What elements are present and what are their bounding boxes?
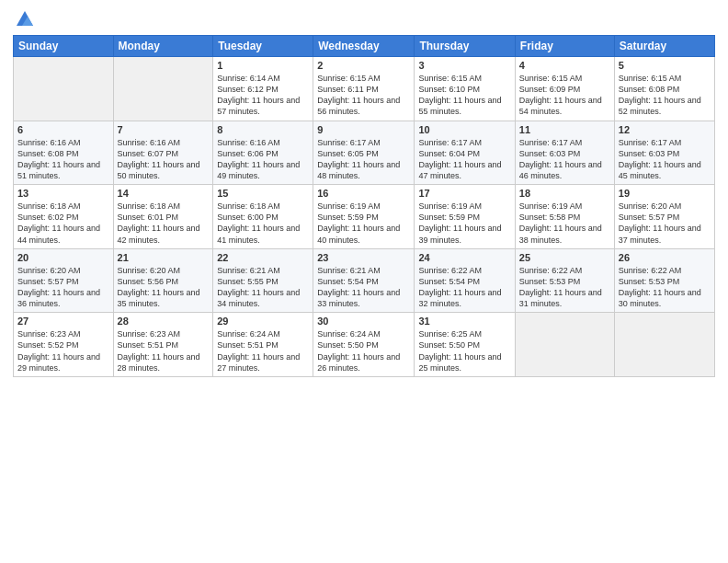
cell-info: Sunrise: 6:18 AM Sunset: 6:02 PM Dayligh… xyxy=(17,201,109,246)
weekday-header: Tuesday xyxy=(213,36,313,57)
day-number: 30 xyxy=(317,316,410,327)
day-number: 26 xyxy=(619,252,711,263)
day-number: 22 xyxy=(217,252,309,263)
calendar-cell: 19Sunrise: 6:20 AM Sunset: 5:57 PM Dayli… xyxy=(614,185,714,249)
day-number: 16 xyxy=(317,188,410,199)
calendar-cell: 25Sunrise: 6:22 AM Sunset: 5:53 PM Dayli… xyxy=(515,248,614,313)
calendar-cell: 28Sunrise: 6:23 AM Sunset: 5:51 PM Dayli… xyxy=(113,313,213,377)
calendar-cell: 10Sunrise: 6:17 AM Sunset: 6:04 PM Dayli… xyxy=(415,121,515,185)
day-number: 29 xyxy=(217,316,309,327)
day-number: 7 xyxy=(118,124,210,135)
calendar-cell: 22Sunrise: 6:21 AM Sunset: 5:55 PM Dayli… xyxy=(213,248,313,313)
calendar-cell: 16Sunrise: 6:19 AM Sunset: 5:59 PM Dayli… xyxy=(313,185,415,249)
day-number: 5 xyxy=(619,60,711,71)
day-number: 2 xyxy=(317,60,410,71)
cell-info: Sunrise: 6:19 AM Sunset: 5:59 PM Dayligh… xyxy=(418,201,510,246)
cell-info: Sunrise: 6:23 AM Sunset: 5:52 PM Dayligh… xyxy=(17,328,109,373)
calendar-cell: 13Sunrise: 6:18 AM Sunset: 6:02 PM Dayli… xyxy=(14,185,114,249)
day-number: 14 xyxy=(118,188,210,199)
cell-info: Sunrise: 6:16 AM Sunset: 6:06 PM Dayligh… xyxy=(217,137,309,182)
cell-info: Sunrise: 6:14 AM Sunset: 6:12 PM Dayligh… xyxy=(217,73,309,118)
weekday-header: Sunday xyxy=(14,36,114,57)
calendar-week-row: 20Sunrise: 6:20 AM Sunset: 5:57 PM Dayli… xyxy=(14,248,715,313)
cell-info: Sunrise: 6:15 AM Sunset: 6:08 PM Dayligh… xyxy=(619,73,711,118)
cell-info: Sunrise: 6:23 AM Sunset: 5:51 PM Dayligh… xyxy=(118,328,210,373)
day-number: 1 xyxy=(217,60,309,71)
weekday-header: Thursday xyxy=(415,36,515,57)
calendar-cell xyxy=(113,57,213,121)
cell-info: Sunrise: 6:21 AM Sunset: 5:54 PM Dayligh… xyxy=(317,265,410,310)
cell-info: Sunrise: 6:20 AM Sunset: 5:57 PM Dayligh… xyxy=(619,201,711,246)
calendar-cell: 31Sunrise: 6:25 AM Sunset: 5:50 PM Dayli… xyxy=(415,313,515,377)
cell-info: Sunrise: 6:21 AM Sunset: 5:55 PM Dayligh… xyxy=(217,265,309,310)
cell-info: Sunrise: 6:16 AM Sunset: 6:08 PM Dayligh… xyxy=(17,137,109,182)
day-number: 19 xyxy=(619,188,711,199)
calendar-cell: 24Sunrise: 6:22 AM Sunset: 5:54 PM Dayli… xyxy=(415,248,515,313)
calendar-cell: 11Sunrise: 6:17 AM Sunset: 6:03 PM Dayli… xyxy=(515,121,614,185)
calendar-week-row: 13Sunrise: 6:18 AM Sunset: 6:02 PM Dayli… xyxy=(14,185,715,249)
cell-info: Sunrise: 6:17 AM Sunset: 6:05 PM Dayligh… xyxy=(317,137,410,182)
cell-info: Sunrise: 6:15 AM Sunset: 6:09 PM Dayligh… xyxy=(519,73,610,118)
calendar-cell: 30Sunrise: 6:24 AM Sunset: 5:50 PM Dayli… xyxy=(313,313,415,377)
cell-info: Sunrise: 6:17 AM Sunset: 6:03 PM Dayligh… xyxy=(519,137,610,182)
calendar-cell: 8Sunrise: 6:16 AM Sunset: 6:06 PM Daylig… xyxy=(213,121,313,185)
cell-info: Sunrise: 6:18 AM Sunset: 6:01 PM Dayligh… xyxy=(118,201,210,246)
calendar-cell: 17Sunrise: 6:19 AM Sunset: 5:59 PM Dayli… xyxy=(415,185,515,249)
calendar-cell: 1Sunrise: 6:14 AM Sunset: 6:12 PM Daylig… xyxy=(213,57,313,121)
day-number: 3 xyxy=(418,60,510,71)
weekday-header: Monday xyxy=(113,36,213,57)
cell-info: Sunrise: 6:17 AM Sunset: 6:04 PM Dayligh… xyxy=(418,137,510,182)
calendar-cell: 12Sunrise: 6:17 AM Sunset: 6:03 PM Dayli… xyxy=(614,121,714,185)
calendar-cell: 27Sunrise: 6:23 AM Sunset: 5:52 PM Dayli… xyxy=(14,313,114,377)
day-number: 21 xyxy=(118,252,210,263)
calendar-cell: 6Sunrise: 6:16 AM Sunset: 6:08 PM Daylig… xyxy=(14,121,114,185)
calendar-cell: 18Sunrise: 6:19 AM Sunset: 5:58 PM Dayli… xyxy=(515,185,614,249)
calendar-cell: 29Sunrise: 6:24 AM Sunset: 5:51 PM Dayli… xyxy=(213,313,313,377)
day-number: 24 xyxy=(418,252,510,263)
cell-info: Sunrise: 6:22 AM Sunset: 5:53 PM Dayligh… xyxy=(619,265,711,310)
day-number: 15 xyxy=(217,188,309,199)
calendar-cell: 3Sunrise: 6:15 AM Sunset: 6:10 PM Daylig… xyxy=(415,57,515,121)
day-number: 28 xyxy=(118,316,210,327)
cell-info: Sunrise: 6:25 AM Sunset: 5:50 PM Dayligh… xyxy=(418,328,510,373)
cell-info: Sunrise: 6:19 AM Sunset: 5:58 PM Dayligh… xyxy=(519,201,610,246)
cell-info: Sunrise: 6:15 AM Sunset: 6:10 PM Dayligh… xyxy=(418,73,510,118)
day-number: 23 xyxy=(317,252,410,263)
day-number: 12 xyxy=(619,124,711,135)
calendar-cell: 14Sunrise: 6:18 AM Sunset: 6:01 PM Dayli… xyxy=(113,185,213,249)
calendar-container: SundayMondayTuesdayWednesdayThursdayFrid… xyxy=(0,0,728,563)
calendar-week-row: 1Sunrise: 6:14 AM Sunset: 6:12 PM Daylig… xyxy=(14,57,715,121)
day-number: 9 xyxy=(317,124,410,135)
day-number: 8 xyxy=(217,124,309,135)
cell-info: Sunrise: 6:20 AM Sunset: 5:56 PM Dayligh… xyxy=(118,265,210,310)
weekday-header-row: SundayMondayTuesdayWednesdayThursdayFrid… xyxy=(14,36,715,57)
cell-info: Sunrise: 6:24 AM Sunset: 5:50 PM Dayligh… xyxy=(317,328,410,373)
calendar-cell: 15Sunrise: 6:18 AM Sunset: 6:00 PM Dayli… xyxy=(213,185,313,249)
day-number: 4 xyxy=(519,60,610,71)
day-number: 25 xyxy=(519,252,610,263)
calendar-cell: 4Sunrise: 6:15 AM Sunset: 6:09 PM Daylig… xyxy=(515,57,614,121)
day-number: 11 xyxy=(519,124,610,135)
cell-info: Sunrise: 6:22 AM Sunset: 5:54 PM Dayligh… xyxy=(418,265,510,310)
logo-icon xyxy=(15,9,35,29)
cell-info: Sunrise: 6:18 AM Sunset: 6:00 PM Dayligh… xyxy=(217,201,309,246)
cell-info: Sunrise: 6:15 AM Sunset: 6:11 PM Dayligh… xyxy=(317,73,410,118)
cell-info: Sunrise: 6:16 AM Sunset: 6:07 PM Dayligh… xyxy=(118,137,210,182)
calendar-cell: 26Sunrise: 6:22 AM Sunset: 5:53 PM Dayli… xyxy=(614,248,714,313)
weekday-header: Saturday xyxy=(614,36,714,57)
calendar-cell: 5Sunrise: 6:15 AM Sunset: 6:08 PM Daylig… xyxy=(614,57,714,121)
header xyxy=(13,9,715,29)
calendar-cell xyxy=(614,313,714,377)
calendar-cell: 2Sunrise: 6:15 AM Sunset: 6:11 PM Daylig… xyxy=(313,57,415,121)
day-number: 13 xyxy=(17,188,109,199)
calendar-cell: 20Sunrise: 6:20 AM Sunset: 5:57 PM Dayli… xyxy=(14,248,114,313)
calendar-week-row: 27Sunrise: 6:23 AM Sunset: 5:52 PM Dayli… xyxy=(14,313,715,377)
day-number: 20 xyxy=(17,252,109,263)
day-number: 31 xyxy=(418,316,510,327)
cell-info: Sunrise: 6:19 AM Sunset: 5:59 PM Dayligh… xyxy=(317,201,410,246)
day-number: 18 xyxy=(519,188,610,199)
weekday-header: Friday xyxy=(515,36,614,57)
cell-info: Sunrise: 6:17 AM Sunset: 6:03 PM Dayligh… xyxy=(619,137,711,182)
calendar-cell: 23Sunrise: 6:21 AM Sunset: 5:54 PM Dayli… xyxy=(313,248,415,313)
day-number: 10 xyxy=(418,124,510,135)
